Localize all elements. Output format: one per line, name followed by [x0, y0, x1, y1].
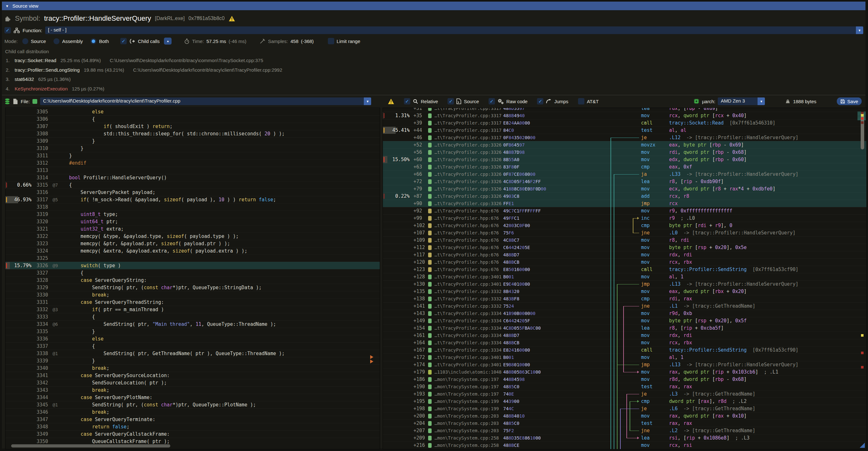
asm-row[interactable]: +179…1103\include\atomic:1048488B05B63C1… — [383, 368, 866, 375]
asm-source-location[interactable]: …mon\TracySystem.cpp:258 — [434, 435, 503, 441]
save-button[interactable]: Save — [837, 97, 862, 105]
checkbox[interactable] — [489, 98, 495, 104]
asm-source-location[interactable]: …t\TracyProfiler.hpp:676 — [434, 260, 503, 265]
asm-row[interactable]: +39…t\TracyProfiler.cpp:3317E824AA0000‹c… — [383, 119, 866, 126]
source-line[interactable]: 3318 — [5, 203, 380, 211]
asm-row[interactable]: +31…t\TracyProfiler.cpp:3317488D5597lear… — [383, 108, 866, 112]
child-call-item[interactable]: 3.stat64i32625 µs (1.36%) — [6, 77, 71, 82]
function-checkbox[interactable] — [4, 27, 11, 33]
asm-row[interactable]: +90…t\TracyProfiler.cpp:3326FFE1‹jmprcx — [383, 200, 866, 207]
asm-source-location[interactable]: …t\TracyProfiler.cpp:3317 — [434, 128, 503, 133]
asm-source-location[interactable]: …t\TracyProfiler.cpp:3326 — [434, 142, 503, 147]
asm-source-location[interactable]: …t\TracyProfiler.hpp:676 — [434, 208, 503, 213]
radio-icon[interactable] — [22, 38, 28, 44]
source-pane[interactable]: 3305 else3306 {3307 if( shouldExit ) ret… — [5, 108, 380, 449]
asm-source-location[interactable]: …t\TracyProfiler.cpp:3334 — [434, 340, 503, 345]
asm-source-location[interactable]: …mon\TracySystem.cpp:199 — [434, 406, 503, 411]
child-call-item[interactable]: 2.tracy::Profiler::SendLongString19.88 m… — [6, 67, 282, 72]
asm-row[interactable]: 0.22%+87…t\TracyProfiler.cpp:33264903C8a… — [383, 192, 866, 200]
asm-row[interactable]: +193…mon\TracySystem.cpp:197740Eje.L3 ->… — [383, 390, 866, 397]
source-line[interactable]: 3309 } — [5, 137, 380, 145]
toolbar-toggle-jumps[interactable]: Jumps — [537, 98, 568, 104]
source-line[interactable]: 3350 QueueCallstackFrame( ptr ); — [5, 438, 380, 445]
source-line[interactable]: 3330 break; — [5, 291, 380, 298]
asm-source-location[interactable]: …mon\TracySystem.cpp:199 — [434, 399, 503, 404]
asm-source-location[interactable]: …mon\TracySystem.cpp:197 — [434, 384, 503, 389]
source-line[interactable]: 3311} — [5, 152, 380, 159]
asm-row[interactable]: +109…t\TracyProfiler.hpp:6764C8BC7movr8,… — [383, 236, 866, 244]
asm-row[interactable]: +149…t\TracyProfiler.cpp:3334C64424205Fm… — [383, 317, 866, 324]
source-line[interactable]: 0.66%3315@7{ — [5, 181, 380, 188]
source-line[interactable]: 3308 std::this_thread::sleep_for( std::c… — [5, 130, 380, 137]
function-select[interactable]: [ - self - ] ▼ — [45, 26, 863, 34]
asm-row[interactable]: +92…t\TracyProfiler.hpp:67649C7C1FFFFFFF… — [383, 207, 866, 214]
uarch-select[interactable]: AMD Zen 3 ▼ — [718, 97, 765, 105]
chevron-down-icon[interactable]: ▼ — [856, 26, 863, 34]
child-calls-checkbox[interactable] — [120, 38, 127, 44]
source-line[interactable]: 46.93%3317@5 if( !m_sock->Read( &payload… — [5, 196, 380, 203]
asm-source-location[interactable]: …mon\TracySystem.cpp:203 — [434, 413, 503, 419]
asm-source-location[interactable]: …t\TracyProfiler.cpp:3326 — [434, 201, 503, 206]
source-line[interactable]: 3336 else — [5, 335, 380, 342]
resize-grip[interactable] — [860, 443, 865, 448]
asm-source-location[interactable]: …t\TracyProfiler.cpp:3334 — [434, 348, 503, 353]
asm-source-location[interactable]: …t\TracyProfiler.cpp:3326 — [434, 194, 503, 199]
source-line[interactable]: 3312#endif — [5, 159, 380, 167]
asm-row[interactable]: +46…t\TracyProfiler.cpp:33170F8435020000… — [383, 134, 866, 141]
source-line[interactable]: 3313 — [5, 167, 380, 174]
source-line[interactable]: 3324 memcpy( &extra, &payload.extra, siz… — [5, 247, 380, 254]
source-line[interactable]: 3339 } — [5, 357, 380, 364]
asm-source-location[interactable]: …t\TracyProfiler.cpp:3334 — [434, 326, 503, 331]
asm-source-location[interactable]: …mon\TracySystem.cpp:197 — [434, 391, 503, 396]
asm-row[interactable]: +198…mon\TracySystem.cpp:199744Cje.L6 ->… — [383, 405, 866, 412]
source-line[interactable]: 3314bool Profiler::HandleServerQuery() — [5, 174, 380, 181]
source-line[interactable]: 3307 if( shouldExit ) return; — [5, 123, 380, 130]
mode-radio-both[interactable]: Both — [90, 38, 109, 44]
asm-source-location[interactable]: …t\TracyProfiler.cpp:3401 — [434, 281, 503, 287]
asm-source-location[interactable]: …t\TracyProfiler.cpp:3401 — [434, 355, 503, 360]
asm-row[interactable]: +56…t\TracyProfiler.cpp:3326488B7D98movr… — [383, 148, 866, 156]
asm-source-location[interactable]: …t\TracyProfiler.cpp:3317 — [434, 113, 503, 118]
asm-source-location[interactable]: …t\TracyProfiler.cpp:3401 — [434, 362, 503, 367]
asm-source-location[interactable]: …t\TracyProfiler.cpp:3334 — [434, 318, 503, 323]
asm-row[interactable]: +167…t\TracyProfiler.cpp:3334E824160000‹… — [383, 346, 866, 354]
source-line[interactable]: 3320 uint64_t ptr; — [5, 218, 380, 225]
source-line[interactable]: 3319 uint8_t type; — [5, 211, 380, 218]
source-line[interactable]: 3331 case ServerQueryThreadString: — [5, 298, 380, 306]
asm-row[interactable]: +207…mon\TracySystem.cpp:20375F2jne.L2 -… — [383, 427, 866, 434]
asm-row[interactable]: +63…t\TracyProfiler.cpp:332683F80Fcmpeax… — [383, 163, 866, 171]
limit-range-toggle[interactable]: Limit range — [328, 38, 360, 44]
collapse-panel-button[interactable]: ▲ — [164, 38, 172, 44]
source-line[interactable]: 3338@1 SendString( ptr, GetThreadName( p… — [5, 350, 380, 357]
asm-source-location[interactable]: …mon\TracySystem.cpp:197 — [434, 377, 503, 382]
source-hscrollbar-thumb[interactable] — [11, 444, 170, 448]
checkbox[interactable] — [404, 98, 410, 104]
asm-row[interactable]: +128…t\TracyProfiler.cpp:3401B001moval, … — [383, 273, 866, 280]
titlebar[interactable]: ▼ Source view — [2, 2, 865, 10]
asm-source-location[interactable]: …t\TracyProfiler.cpp:3317 — [434, 135, 503, 140]
source-line[interactable]: 3346 break; — [5, 408, 380, 416]
source-line[interactable]: 3345@1 SendString( ptr, (const char*)ptr… — [5, 401, 380, 408]
toolbar-toggle-relative[interactable]: Relative — [404, 98, 438, 104]
asm-row[interactable]: +172…t\TracyProfiler.cpp:3401B001moval, … — [383, 354, 866, 361]
asm-row[interactable]: +99…t\TracyProfiler.hpp:67649FFC1incr9 ;… — [383, 214, 866, 222]
asm-source-location[interactable]: …t\TracyProfiler.cpp:3332 — [434, 296, 503, 301]
source-line[interactable]: 3310 } — [5, 145, 380, 152]
asm-row[interactable]: +79…t\TracyProfiler.cpp:3326418B8C80E0BF… — [383, 185, 866, 192]
mode-radio-assembly[interactable]: Assembly — [54, 38, 83, 44]
source-line[interactable]: 3305 else — [5, 108, 380, 115]
source-line[interactable]: 3349 case ServerQueryCallstackFrame: — [5, 430, 380, 438]
source-line[interactable]: 3306 { — [5, 115, 380, 123]
source-line[interactable]: 3323 memcpy( &ptr, &payload.ptr, sizeof(… — [5, 240, 380, 247]
assembly-pane[interactable]: +31…t\TracyProfiler.cpp:3317488D5597lear… — [382, 108, 867, 449]
checkbox[interactable] — [447, 98, 454, 104]
asm-row[interactable]: +130…t\TracyProfiler.cpp:3401E9E4010000j… — [383, 280, 866, 288]
toolbar-toggle-raw-code[interactable]: Raw code — [489, 98, 528, 104]
asm-source-location[interactable]: …t\TracyProfiler.hpp:676 — [434, 245, 503, 250]
asm-row[interactable]: +190…mon\TracySystem.cpp:1974885C0testra… — [383, 383, 866, 390]
asm-row[interactable]: +120…t\TracyProfiler.hpp:676488BCBmovrcx… — [383, 258, 866, 266]
source-line[interactable]: 3340 break; — [5, 364, 380, 372]
asm-row[interactable]: +174…t\TracyProfiler.cpp:3401E9B8010000j… — [383, 361, 866, 368]
asm-row[interactable]: +112…t\TracyProfiler.hpp:676C64424205Emo… — [383, 244, 866, 251]
asm-source-location[interactable]: …mon\TracySystem.cpp:203 — [434, 428, 503, 433]
